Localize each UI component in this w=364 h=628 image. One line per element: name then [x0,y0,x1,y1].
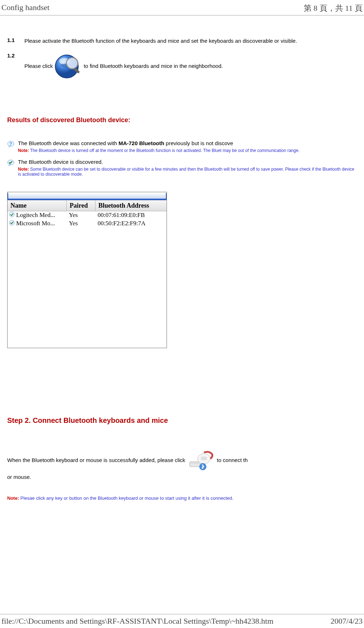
connect-text-after: to connect th [217,456,248,465]
step-text: Please activate the Bluetooth function o… [24,37,297,45]
check-icon [8,212,15,219]
note-label: Note: [18,167,29,172]
step-1-1: 1.1 Please activate the Bluetooth functi… [7,37,357,45]
cell-paired: Yes [67,212,95,219]
result-text-before: The Bluetooth device was connected with [18,140,118,146]
step-number: 1.1 [7,37,24,45]
note-body: Plesae click any key or button on the Bl… [19,495,233,501]
svg-point-2 [66,57,78,69]
window-titlebar [8,193,167,200]
step-text-after: to find Bluetooth keyboards and mice in … [84,62,223,70]
step-1-2: 1.2 Please click [7,52,357,80]
result-body: The Bluetooth device is discovered. Note… [18,159,357,181]
connect-text-before: When the Bluetooth keyboard or mouse is … [7,456,185,465]
cell-address: 00:50:F2:E2:F9:7A [95,220,167,227]
result-item-not-discovered: ? The Bluetooth device was connected wit… [7,140,357,157]
result-note: Note: Some Bluetooth device can be set t… [18,167,357,177]
svg-point-7 [9,212,14,217]
cell-address: 00:07:61:09:E0:FB [95,212,167,219]
table-row[interactable]: Logitech Med... Yes 00:07:61:09:E0:FB [8,211,167,220]
svg-rect-12 [201,457,207,460]
results-heading: Results of discovered Bluetooth device: [7,116,357,124]
step-text: Please click [24,52,223,80]
note-body: Some Bluetooth device can be set to disc… [18,167,354,177]
footer-path: file://C:\Documents and Settings\RF-ASSI… [1,617,274,626]
table-body: Logitech Med... Yes 00:07:61:09:E0:FB Mi… [8,211,167,348]
magnifier-globe-icon[interactable] [54,52,82,80]
result-text-bold: MA-720 Bluetooth [118,140,164,146]
header-title: Config handset [1,3,50,14]
connect-instruction: When the Bluetooth keyboard or mouse is … [7,448,357,481]
col-header-name[interactable]: Name [8,200,67,211]
table-header: Name Paired Bluetooth Address [8,200,167,211]
device-list-window: Name Paired Bluetooth Address Logitech M… [7,192,167,348]
footer-date: 2007/4/23 [331,617,363,626]
question-bubble-icon: ? [7,140,18,157]
result-note: Note: The Bluetooth device is turned off… [18,148,357,153]
col-header-paired[interactable]: Paired [67,200,95,211]
svg-text:?: ? [10,142,12,146]
result-body: The Bluetooth device was connected with … [18,140,357,157]
header-page-info: 第 8 頁，共 11 頁 [304,3,363,14]
result-item-discovered: The Bluetooth device is discovered. Note… [7,159,357,181]
cell-name: Microsoft Mo... [15,220,67,227]
check-icon [8,220,15,227]
table-row[interactable]: Microsoft Mo... Yes 00:50:F2:E2:F9:7A [8,220,167,228]
page-header: Config handset 第 8 頁，共 11 頁 [0,0,364,15]
step2-heading: Step 2. Connect Bluetooth keyboards and … [7,416,357,425]
col-header-address[interactable]: Bluetooth Address [95,200,167,211]
result-text-after: previously but is not discove [164,140,233,146]
note-body: The Bluetooth device is turned off at th… [29,148,300,153]
result-text: The Bluetooth device is discovered. [18,159,103,165]
final-note: Note: Plesae click any key or button on … [7,495,357,501]
step-number: 1.2 [7,52,24,80]
bluetooth-connect-icon[interactable] [187,448,215,473]
note-label: Note: [7,495,19,501]
step-text-before: Please click [24,62,53,70]
check-bubble-icon [7,159,18,181]
connect-text-line2: or mouse. [7,473,357,481]
page-footer: file://C:\Documents and Settings\RF-ASSI… [0,614,364,626]
cell-paired: Yes [67,220,95,227]
cell-name: Logitech Med... [15,212,67,219]
main-content: 1.1 Please activate the Bluetooth functi… [0,15,364,508]
svg-point-8 [9,220,14,225]
note-label: Note: [18,148,29,153]
